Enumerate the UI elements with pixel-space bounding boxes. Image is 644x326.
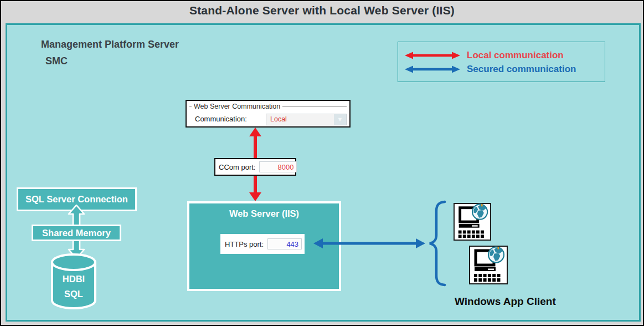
page-title: Stand-Alone Server with Local Web Server… — [1, 4, 643, 17]
local-communication-arrow-icon — [405, 51, 460, 60]
chevron-down-icon[interactable]: ▼ — [334, 114, 346, 125]
web-server-iis-title: Web Server (IIS) — [189, 208, 339, 219]
groupbox-title: Web Server Communication — [192, 103, 282, 110]
panel-heading-line1: Management Platform Server — [41, 39, 179, 50]
web-server-communication-box: Web Server Communication Communication: … — [186, 100, 351, 128]
https-port-input[interactable] — [267, 238, 302, 249]
legend-row-local: Local communication — [405, 48, 605, 62]
database-name-line1: HDBI — [50, 272, 97, 287]
clients-brace-icon — [427, 200, 446, 287]
secured-communication-horizontal-arrow — [313, 237, 425, 250]
database-name-line2: SQL — [50, 287, 97, 302]
database-cylinder-label: HDBI SQL — [50, 272, 97, 302]
shared-memory-box: Shared Memory — [32, 225, 121, 241]
https-port-label: HTTPs port: — [225, 240, 264, 248]
ccom-port-box: CCom port: — [214, 158, 296, 176]
ccom-port-label: CCom port: — [219, 163, 255, 171]
legend-label-local: Local communication — [467, 50, 564, 61]
secured-communication-arrow-icon — [405, 65, 460, 74]
sql-server-connection-label: SQL Server Connection — [25, 194, 128, 205]
windows-app-client-label: Windows App Client — [455, 296, 556, 308]
legend: Local communication Secured communicatio… — [398, 42, 605, 82]
legend-label-secured: Secured communication — [467, 64, 576, 75]
computer-globe-icon — [454, 203, 491, 241]
communication-dropdown-value: Local — [270, 115, 287, 123]
https-port-box: HTTPs port: — [220, 234, 305, 254]
communication-field-label: Communication: — [195, 115, 247, 123]
shared-memory-label: Shared Memory — [42, 228, 111, 238]
computer-globe-icon — [469, 246, 508, 284]
panel-heading-line2: SMC — [45, 55, 68, 67]
diagram-page: Stand-Alone Server with Local Web Server… — [0, 0, 644, 326]
communication-dropdown[interactable]: Local ▼ — [266, 114, 347, 125]
ccom-port-input[interactable] — [259, 161, 297, 172]
legend-row-secured: Secured communication — [405, 62, 605, 76]
